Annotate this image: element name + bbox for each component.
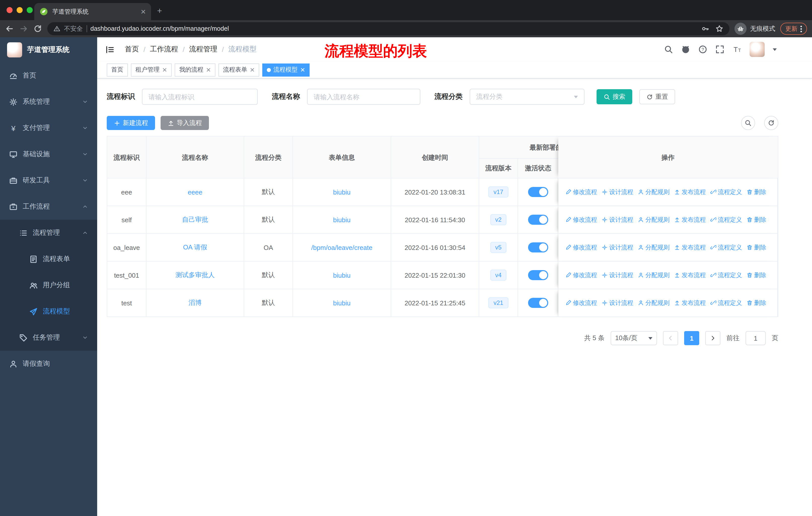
- refresh-table-button[interactable]: [764, 116, 778, 130]
- action-edit-link[interactable]: 修改流程: [565, 188, 597, 196]
- action-design-link[interactable]: 设计流程: [602, 271, 633, 279]
- prev-page-button[interactable]: [663, 331, 678, 345]
- tag-my-process[interactable]: 我的流程✕: [175, 63, 215, 76]
- sidebar-item-process-form[interactable]: 流程表单: [0, 246, 97, 272]
- breadcrumb-item[interactable]: 工作流程: [150, 45, 178, 54]
- close-icon[interactable]: ✕: [206, 66, 211, 73]
- action-delete-link[interactable]: 删除: [747, 243, 766, 252]
- font-size-icon[interactable]: TT: [732, 45, 742, 54]
- process-name-link[interactable]: 自己审批: [182, 215, 208, 224]
- sidebar-item-user-group[interactable]: 用户分组: [0, 272, 97, 298]
- minimize-window-button[interactable]: [17, 7, 23, 13]
- close-window-button[interactable]: [6, 7, 12, 13]
- address-bar[interactable]: 不安全 dashboard.yudao.iocoder.cn/bpm/manag…: [47, 22, 729, 35]
- action-edit-link[interactable]: 修改流程: [565, 271, 597, 279]
- action-assign-rule-link[interactable]: 分配规则: [638, 188, 670, 196]
- sidebar-item-devtools[interactable]: 研发工具: [0, 167, 97, 193]
- tag-tenant[interactable]: 租户管理✕: [131, 63, 172, 76]
- tag-process-model[interactable]: 流程模型✕: [262, 63, 310, 76]
- menu-fold-icon[interactable]: [105, 45, 115, 54]
- reset-button[interactable]: 重置: [639, 89, 675, 104]
- version-badge[interactable]: v21: [489, 297, 509, 308]
- action-definition-link[interactable]: 流程定义: [710, 271, 742, 279]
- menu-kebab-icon[interactable]: [801, 25, 802, 32]
- breadcrumb-item[interactable]: 首页: [125, 45, 139, 54]
- active-toggle[interactable]: [528, 215, 548, 225]
- action-edit-link[interactable]: 修改流程: [565, 243, 597, 252]
- close-icon[interactable]: ✕: [162, 66, 167, 73]
- category-select[interactable]: 流程分类: [470, 89, 584, 105]
- action-definition-link[interactable]: 流程定义: [710, 215, 742, 224]
- sidebar-item-payment[interactable]: ¥ 支付管理: [0, 115, 97, 141]
- tag-home[interactable]: 首页: [107, 63, 128, 76]
- version-badge[interactable]: v5: [490, 242, 506, 253]
- action-assign-rule-link[interactable]: 分配规则: [638, 243, 670, 252]
- version-badge[interactable]: v4: [490, 270, 506, 281]
- sidebar-item-system[interactable]: 系统管理: [0, 89, 97, 115]
- sidebar-item-workflow[interactable]: 工作流程: [0, 193, 97, 220]
- github-icon[interactable]: [681, 45, 690, 54]
- active-toggle[interactable]: [528, 298, 548, 308]
- sidebar-item-task-management[interactable]: 任务管理: [0, 325, 97, 351]
- process-name-link[interactable]: 滔博: [188, 298, 202, 307]
- action-delete-link[interactable]: 删除: [747, 215, 766, 224]
- action-assign-rule-link[interactable]: 分配规则: [638, 271, 670, 279]
- form-info-link[interactable]: biubiu: [333, 216, 350, 223]
- back-icon[interactable]: [5, 24, 14, 33]
- bookmark-star-icon[interactable]: [715, 25, 723, 33]
- import-process-button[interactable]: 导入流程: [161, 116, 209, 130]
- sidebar-item-home[interactable]: 首页: [0, 62, 97, 89]
- tag-process-form[interactable]: 流程表单✕: [219, 63, 259, 76]
- reload-icon[interactable]: [33, 24, 42, 33]
- action-delete-link[interactable]: 删除: [747, 271, 766, 279]
- action-edit-link[interactable]: 修改流程: [565, 299, 597, 307]
- update-browser-button[interactable]: 更新: [780, 23, 807, 35]
- process-id-input[interactable]: [142, 89, 258, 105]
- search-button[interactable]: 搜索: [597, 89, 632, 104]
- goto-page-input[interactable]: [746, 331, 766, 345]
- active-toggle[interactable]: [528, 242, 548, 252]
- show-search-button[interactable]: [741, 116, 755, 130]
- process-name-link[interactable]: 测试多审批人: [175, 271, 215, 280]
- action-definition-link[interactable]: 流程定义: [710, 243, 742, 252]
- active-toggle[interactable]: [528, 270, 548, 280]
- forward-icon[interactable]: [19, 24, 28, 33]
- next-page-button[interactable]: [705, 331, 720, 345]
- version-badge[interactable]: v17: [489, 186, 509, 197]
- process-name-input[interactable]: [307, 89, 420, 105]
- action-assign-rule-link[interactable]: 分配规则: [638, 299, 670, 307]
- search-icon[interactable]: [664, 45, 673, 54]
- action-publish-link[interactable]: 发布流程: [674, 271, 706, 279]
- avatar[interactable]: [750, 42, 765, 57]
- sidebar-item-leave-query[interactable]: 请假查询: [0, 351, 97, 377]
- action-publish-link[interactable]: 发布流程: [674, 188, 706, 196]
- action-edit-link[interactable]: 修改流程: [565, 215, 597, 224]
- action-publish-link[interactable]: 发布流程: [674, 243, 706, 252]
- sidebar-item-process-management[interactable]: 流程管理: [0, 220, 97, 246]
- action-delete-link[interactable]: 删除: [747, 299, 766, 307]
- page-number-current[interactable]: 1: [684, 331, 699, 345]
- action-assign-rule-link[interactable]: 分配规则: [638, 215, 670, 224]
- sidebar-item-infrastructure[interactable]: 基础设施: [0, 141, 97, 167]
- password-key-icon[interactable]: [701, 25, 709, 33]
- tab-close-icon[interactable]: ✕: [141, 8, 146, 16]
- active-toggle[interactable]: [528, 187, 548, 197]
- action-delete-link[interactable]: 删除: [747, 188, 766, 196]
- maximize-window-button[interactable]: [27, 7, 33, 13]
- action-design-link[interactable]: 设计流程: [602, 215, 633, 224]
- action-definition-link[interactable]: 流程定义: [710, 188, 742, 196]
- close-icon[interactable]: ✕: [250, 66, 255, 73]
- action-publish-link[interactable]: 发布流程: [674, 299, 706, 307]
- browser-tab[interactable]: 芋道管理系统 ✕: [34, 3, 151, 20]
- sidebar-item-process-model[interactable]: 流程模型: [0, 298, 97, 325]
- action-design-link[interactable]: 设计流程: [602, 188, 633, 196]
- action-definition-link[interactable]: 流程定义: [710, 299, 742, 307]
- form-info-link[interactable]: biubiu: [333, 271, 350, 279]
- create-process-button[interactable]: 新建流程: [107, 116, 155, 130]
- form-info-link[interactable]: /bpm/oa/leave/create: [311, 244, 373, 251]
- fullscreen-icon[interactable]: [715, 45, 724, 54]
- form-info-link[interactable]: biubiu: [333, 299, 350, 307]
- action-design-link[interactable]: 设计流程: [602, 243, 633, 252]
- form-info-link[interactable]: biubiu: [333, 188, 350, 196]
- help-icon[interactable]: ?: [698, 45, 707, 54]
